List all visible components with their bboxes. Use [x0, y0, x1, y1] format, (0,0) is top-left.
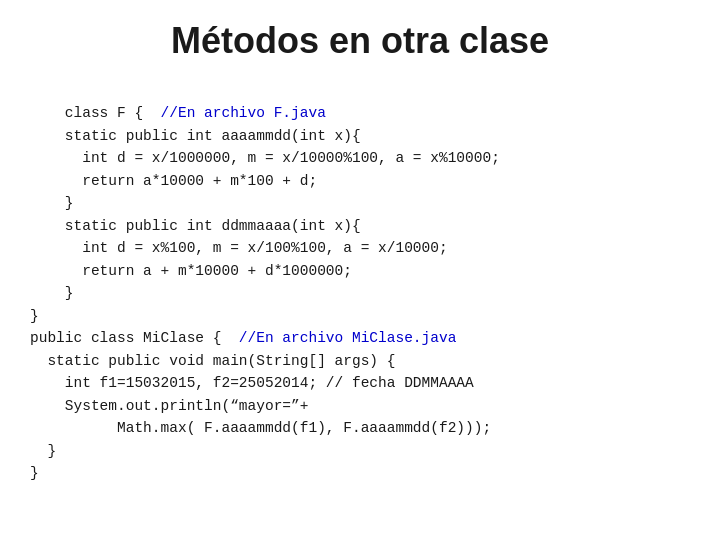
comment-2: //En archivo MiClase.java — [239, 330, 457, 346]
code-line-7: int d = x%100, m = x/100%100, a = x/1000… — [30, 240, 448, 256]
code-block: class F { //En archivo F.java static pub… — [30, 80, 690, 507]
comment-1: //En archivo F.java — [161, 105, 326, 121]
code-line-12: static public void main(String[] args) { — [30, 353, 395, 369]
code-line-3: int d = x/1000000, m = x/10000%100, a = … — [30, 150, 500, 166]
code-line-6: static public int ddmmaaaa(int x){ — [30, 218, 361, 234]
code-line-17: } — [30, 465, 39, 481]
code-line-1: class F { //En archivo F.java — [65, 105, 326, 121]
code-line-8: return a + m*10000 + d*1000000; — [30, 263, 352, 279]
page-container: Métodos en otra clase class F { //En arc… — [0, 0, 720, 540]
code-line-16: } — [30, 443, 56, 459]
code-line-13: int f1=15032015, f2=25052014; // fecha D… — [30, 375, 474, 391]
code-line-2: static public int aaaammdd(int x){ — [30, 128, 361, 144]
code-line-5: } — [30, 195, 74, 211]
code-line-10: } — [30, 308, 39, 324]
code-line-15: Math.max( F.aaaammdd(f1), F.aaaammdd(f2)… — [30, 420, 491, 436]
page-title: Métodos en otra clase — [30, 20, 690, 62]
code-line-4: return a*10000 + m*100 + d; — [30, 173, 317, 189]
code-line-11: public class MiClase { //En archivo MiCl… — [30, 330, 456, 346]
code-line-14: System.out.println(“mayor=”+ — [30, 398, 308, 414]
code-line-9: } — [30, 285, 74, 301]
